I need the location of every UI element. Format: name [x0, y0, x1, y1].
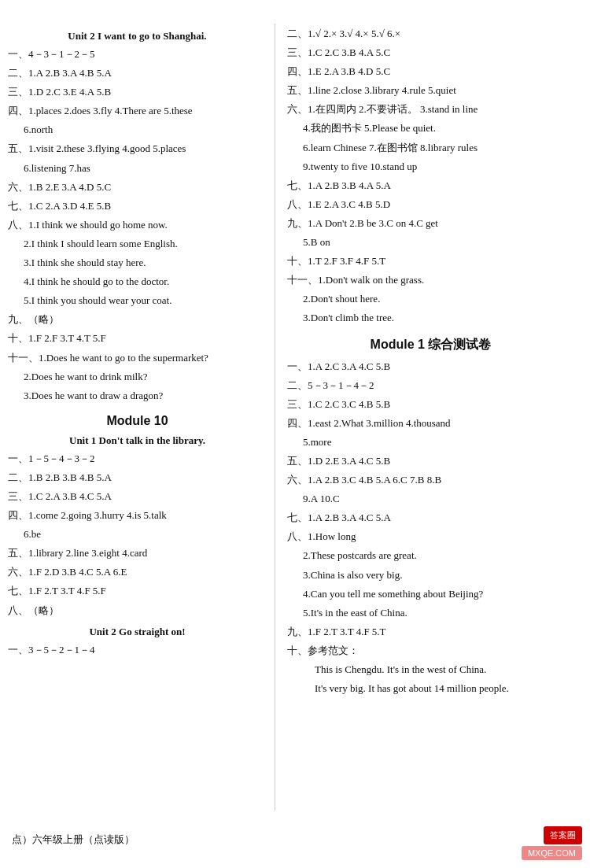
content: 1.A 2.B 3.A 4.C 5.A	[308, 512, 391, 523]
content: 1.come 2.going 3.hurry 4.is 5.talk	[28, 509, 167, 521]
label: 七、	[8, 200, 28, 212]
label: 四、	[287, 417, 308, 429]
label: 六、	[8, 181, 28, 193]
label: 一、	[287, 360, 308, 372]
m10u2-yi: 一、3－5－2－1－4	[8, 641, 267, 659]
m10-qi: 七、1.F 2.T 3.T 4.F 5.F	[8, 582, 267, 600]
content: 1.√ 2.× 3.√ 4.× 5.√ 6.×	[308, 28, 400, 39]
content: 1.在四周内 2.不要讲话。 3.stand in line	[308, 103, 478, 115]
r-shi1-2: 2.Don't shout here.	[303, 290, 574, 308]
label: 六、	[287, 474, 308, 486]
content: 4－3－1－2－5	[28, 48, 95, 60]
content: 3.Does he want to draw a dragon?	[24, 390, 163, 401]
m1-ba-2: 2.These postcards are great.	[303, 547, 574, 564]
label: 十一、	[287, 274, 318, 286]
watermark-text1: 答案圈	[550, 830, 576, 840]
content: 5.B on	[303, 236, 330, 248]
content: 3－5－2－1－4	[28, 644, 95, 656]
content: 6.listening 7.has	[24, 162, 90, 174]
label: 九、	[287, 626, 308, 637]
section-wu-cont: 6.listening 7.has	[24, 160, 267, 177]
content: 2.I think I should learn some English.	[24, 238, 178, 249]
section-yi: 一、4－3－1－2－5	[8, 46, 267, 63]
r-san: 三、1.C 2.C 3.B 4.A 5.C	[287, 44, 574, 61]
r-liu-2: 4.我的图书卡 5.Please be quiet.	[303, 120, 574, 137]
label: 三、	[8, 490, 28, 502]
m1-ba-5: 5.It's in the east of China.	[303, 604, 574, 622]
r-er: 二、1.√ 2.× 3.√ 4.× 5.√ 6.×	[287, 25, 574, 42]
content: 1.F 2.F 3.T 4.T 5.F	[28, 332, 106, 344]
m1-liu: 六、1.A 2.B 3.C 4.B 5.A 6.C 7.B 8.B	[287, 471, 574, 489]
left-column: Unit 2 I want to go to Shanghai. 一、4－3－1…	[8, 24, 275, 811]
section-san: 三、1.D 2.C 3.E 4.A 5.B	[8, 83, 267, 101]
r-si: 四、1.E 2.A 3.B 4.D 5.C	[287, 63, 574, 80]
m10-liu: 六、1.F 2.D 3.B 4.C 5.A 6.E	[8, 563, 267, 581]
section-ba: 八、1.I think we should go home now.	[8, 216, 267, 234]
content: 6.learn Chinese 7.在图书馆 8.library rules	[303, 142, 478, 153]
label: 十一、	[8, 352, 39, 364]
m10-si: 四、1.come 2.going 3.hurry 4.is 5.talk	[8, 507, 267, 524]
section-er: 二、1.A 2.B 3.A 4.B 5.A	[8, 65, 267, 82]
content: This is Chengdu. It's in the west of Chi…	[315, 663, 486, 675]
module1-title: Module 1 综合测试卷	[287, 337, 574, 353]
m1-shi-3: It's very big. It has got about 14 milli…	[315, 680, 574, 697]
label: 十、	[8, 332, 28, 344]
content: 1.line 2.close 3.library 4.rule 5.quiet	[308, 84, 456, 96]
section-si-cont: 6.north	[24, 121, 267, 139]
content: 6.north	[24, 124, 53, 135]
m1-ba-3: 3.China is also very big.	[303, 567, 574, 584]
unit2b-title: Unit 2 Go straight on!	[8, 626, 267, 638]
watermark-url: MXQE.COM	[522, 846, 582, 860]
content: 1.Don't walk on the grass.	[318, 274, 424, 286]
content: 1.D 2.C 3.E 4.A 5.B	[28, 86, 111, 98]
label: 四、	[287, 65, 308, 77]
label: 六、	[8, 566, 28, 578]
content: 1.library 2.line 3.eight 4.card	[28, 547, 147, 559]
label: 九、	[8, 313, 28, 325]
label: 三、	[287, 46, 308, 58]
label: 九、	[287, 217, 308, 229]
r-liu: 六、1.在四周内 2.不要讲话。 3.stand in line	[287, 101, 574, 118]
content: 1.T 2.F 3.F 4.F 5.T	[308, 255, 385, 267]
watermark-text2: MXQE.COM	[528, 848, 576, 858]
content: 1.C 2.A 3.D 4.E 5.B	[28, 200, 111, 212]
section-liu: 六、1.B 2.E 3.A 4.D 5.C	[8, 179, 267, 196]
content: 1.A 2.C 3.A 4.C 5.B	[308, 360, 390, 372]
content: 1.visit 2.these 3.flying 4.good 5.places	[28, 142, 186, 154]
content: 5.more	[303, 436, 331, 448]
m1-yi: 一、1.A 2.C 3.A 4.C 5.B	[287, 358, 574, 375]
m1-si: 四、1.east 2.What 3.million 4.thousand	[287, 415, 574, 432]
label: 五、	[8, 142, 28, 154]
label: 一、	[8, 48, 28, 60]
r-liu-4: 9.twenty to five 10.stand up	[303, 158, 574, 175]
content: 4.I think he should go to the doctor.	[24, 275, 169, 287]
content: 1.east 2.What 3.million 4.thousand	[308, 417, 451, 429]
label: 十、	[287, 645, 308, 656]
content: 1.Does he want to go to the supermarket?	[39, 352, 208, 364]
page-footer: 点）六年级上册（点读版） ·144·	[0, 826, 590, 853]
m1-ba: 八、1.How long	[287, 528, 574, 545]
label: 一、	[8, 452, 28, 464]
section-ba-4: 4.I think he should go to the doctor.	[24, 273, 267, 290]
m1-shi-2: This is Chengdu. It's in the west of Chi…	[315, 661, 574, 678]
content: 1.A 2.B 3.C 4.B 5.A 6.C 7.B 8.B	[308, 474, 441, 486]
label: 四、	[8, 509, 28, 521]
r-shi1-3: 3.Don't climb the tree.	[303, 309, 574, 327]
content: 参考范文：	[308, 645, 359, 656]
m10-san: 三、1.C 2.A 3.B 4.C 5.A	[8, 488, 267, 505]
section-ba-5: 5.I think you should wear your coat.	[24, 292, 267, 309]
content: 4.我的图书卡 5.Please be quiet.	[303, 122, 436, 134]
section-qi: 七、1.C 2.A 3.D 4.E 5.B	[8, 198, 267, 215]
label: 五、	[287, 84, 308, 96]
section-wu: 五、1.visit 2.these 3.flying 4.good 5.plac…	[8, 140, 267, 157]
content: 1.How long	[308, 530, 356, 542]
m10-wu: 五、1.library 2.line 3.eight 4.card	[8, 545, 267, 562]
content: 1.A Don't 2.B be 3.C on 4.C get	[308, 217, 438, 229]
content: 3.China is also very big.	[303, 569, 402, 581]
label: 二、	[8, 67, 28, 79]
watermark-logo: 答案圈	[544, 826, 582, 844]
unit1-title: Unit 1 Don't talk in the library.	[8, 434, 267, 447]
m1-liu-cont: 9.A 10.C	[303, 490, 574, 508]
label: 八、	[287, 530, 308, 542]
m1-wu: 五、1.D 2.E 3.A 4.C 5.B	[287, 452, 574, 470]
